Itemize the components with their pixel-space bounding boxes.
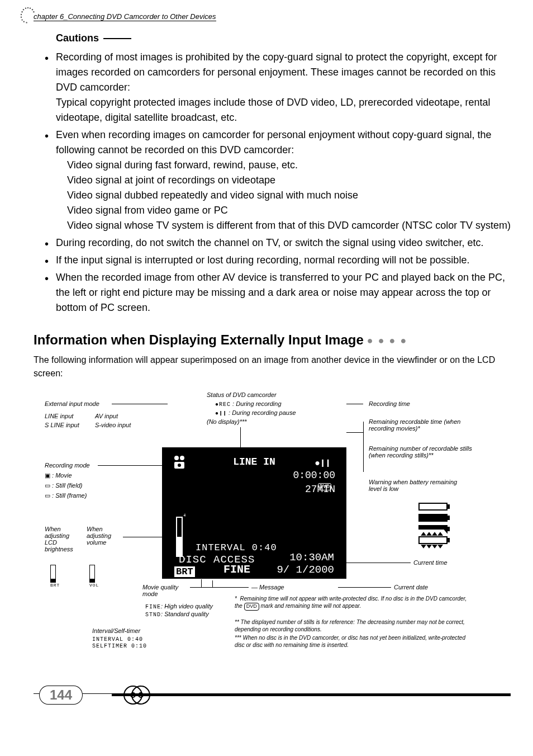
lcd-rec-pause-icon: ●❙❙ — [315, 457, 331, 469]
svg-marker-21 — [427, 533, 431, 535]
recording-mode-label: Recording mode — [45, 462, 90, 469]
svg-text:+: + — [183, 513, 185, 519]
still-frame-text: : Still (frame) — [52, 492, 87, 499]
svg-marker-24 — [422, 545, 425, 547]
svg-rect-13 — [447, 505, 449, 508]
movie-quality-label: Movie quality mode — [142, 584, 193, 597]
svg-point-1 — [30, 8, 31, 9]
nodisplay-label: (No display)*** — [207, 418, 247, 425]
caution-sub: Video signal whose TV system is differen… — [67, 220, 511, 231]
caution-sub: Video signal during fast forward, rewind… — [67, 159, 298, 171]
remain-movie-label: Remaining recordable time (when recordin… — [369, 418, 469, 432]
remain-still-label: Remaining number of recordable stills (w… — [369, 445, 475, 459]
cautions-heading: Cautions — [56, 32, 511, 44]
battery-warning-label: Warning when battery remaining level is … — [369, 479, 464, 492]
interval-value: INTERVAL 0:40 — [92, 636, 143, 642]
fine-quality-label: FINE: High video quality — [145, 603, 213, 610]
lcd-screen: LINE IN ●❙❙ 0:00:00 DVD 27MIN INTERVAL 0… — [162, 447, 346, 579]
lcd-diagram: Status of DVD camcorder ●REC : During re… — [34, 391, 511, 682]
disc-icon — [123, 684, 156, 706]
svg-rect-19 — [447, 538, 449, 542]
rec-glyph: ●REC — [215, 401, 231, 408]
external-input-label: External input mode — [45, 400, 99, 407]
cautions-list: Recording of most images is prohibited b… — [34, 50, 511, 315]
svg-point-38 — [132, 686, 150, 704]
caution-text: Even when recording images on camcorder … — [56, 129, 491, 155]
svg-rect-12 — [419, 503, 447, 510]
interval-self-label: Interval/Self-timer — [92, 627, 140, 634]
fine-desc: : High video quality — [161, 603, 213, 609]
battery-icons — [408, 500, 458, 552]
vol-code: VOL — [89, 583, 99, 588]
svg-marker-20 — [422, 533, 425, 535]
caution-item: Even when recording images on camcorder … — [39, 127, 511, 233]
section-title-text: Information when Displaying Externally I… — [34, 332, 364, 347]
svg-rect-18 — [419, 537, 447, 544]
cautions-heading-text: Cautions — [56, 32, 99, 44]
footnote-3: *** When no disc is in the DVD camcorder… — [235, 634, 469, 649]
pause-desc: : During recording pause — [229, 409, 296, 416]
caution-sub: Video signal at joint of recordings on v… — [67, 174, 275, 186]
fine-code: FINE — [145, 604, 161, 610]
svg-marker-22 — [433, 533, 436, 535]
svg-marker-27 — [439, 545, 442, 547]
page-footer: 144 — [34, 693, 511, 719]
movie-mode-text: : Movie — [52, 472, 72, 479]
footnote-1b: mark and remaining time will not appear. — [260, 603, 361, 609]
svg-point-3 — [32, 9, 33, 10]
brt-code: BRT — [50, 583, 60, 588]
svg-point-8 — [21, 17, 22, 18]
svg-rect-15 — [447, 516, 449, 519]
current-date-label: Current date — [394, 584, 428, 590]
sline-input-label: S LINE input — [45, 422, 79, 428]
recording-time-label: Recording time — [369, 400, 410, 407]
spiral-icon — [17, 6, 39, 28]
svg-marker-23 — [439, 533, 442, 535]
svg-marker-26 — [433, 545, 436, 547]
svg-point-6 — [21, 11, 22, 12]
pause-status-label: ●❙❙ : During recording pause — [215, 409, 296, 417]
svg-text:−: − — [183, 556, 185, 563]
lcd-fine: FINE — [223, 563, 250, 576]
svg-point-4 — [23, 9, 24, 10]
svideo-input-label: S-video input — [95, 422, 131, 428]
svg-marker-25 — [427, 545, 431, 547]
caution-item: Recording of most images is prohibited b… — [39, 50, 511, 125]
still-field-label: ▭ : Still (field) — [45, 482, 82, 489]
svg-point-7 — [21, 14, 22, 15]
av-input-label: AV input — [95, 413, 118, 419]
footnote-3-text: When no disc is in the DVD camcorder, or… — [235, 635, 465, 648]
footnote-2: ** The displayed number of stills is for… — [235, 618, 469, 633]
footnote-2-text: The displayed number of stills is for re… — [235, 619, 465, 632]
rec-desc: : During recording — [232, 400, 281, 407]
status-title-label: Status of DVD camcorder — [207, 391, 277, 398]
brt-slider-icon: BRT — [50, 565, 60, 588]
svg-point-2 — [25, 8, 26, 9]
chapter-header: chapter 6_Connecting DVD Camcorder to Ot… — [34, 12, 216, 21]
svg-point-11 — [26, 22, 27, 23]
lcd-clock: 10:30AM — [289, 551, 334, 564]
lcd-elapsed-time: 0:00:00 — [293, 470, 335, 481]
svg-point-10 — [23, 21, 25, 22]
caution-text: Recording of most images is prohibited b… — [56, 51, 497, 93]
lcd-interval: INTERVAL 0:40 — [196, 542, 277, 553]
stnd-quality-label: STND: Standard quality — [145, 611, 209, 618]
svg-marker-16 — [419, 526, 447, 532]
lcd-date: 9/ 1/2000 — [277, 564, 334, 576]
svg-rect-33 — [177, 537, 182, 556]
vol-slider-icon: VOL — [89, 565, 99, 588]
svg-rect-17 — [447, 527, 449, 531]
section-intro: The following information will appear su… — [34, 353, 511, 380]
message-label: — Message — [251, 584, 284, 590]
volume-adjust-label: When adjusting volume — [87, 526, 120, 546]
caution-sub: Video signal from video game or PC — [67, 205, 228, 216]
stnd-desc: : Standard quality — [161, 611, 209, 617]
svg-point-5 — [33, 11, 34, 12]
lcd-brt: BRT — [174, 566, 195, 577]
message-text: Message — [259, 584, 284, 590]
footnote-1: * Remaining time will not appear with wr… — [235, 595, 469, 611]
svg-point-9 — [21, 19, 22, 20]
section-title: Information when Displaying Externally I… — [34, 332, 511, 348]
lcd-remaining: 27MIN — [305, 484, 335, 495]
svg-point-0 — [27, 7, 28, 8]
